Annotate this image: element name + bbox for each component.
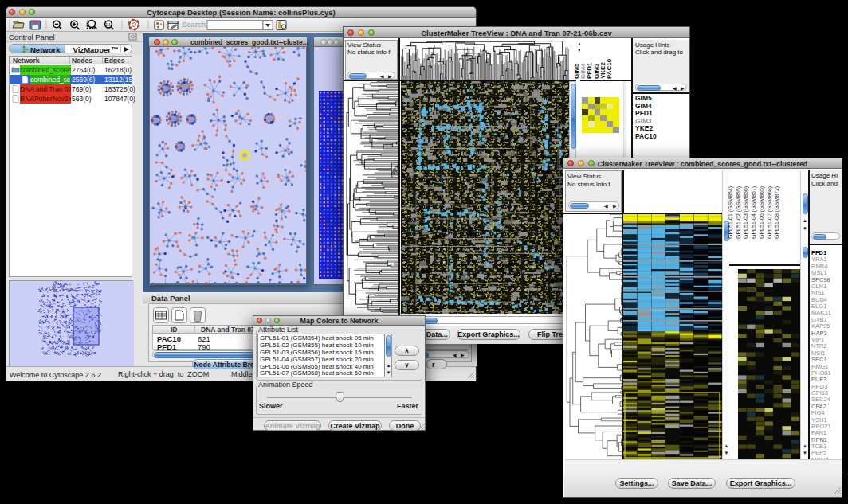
svg-text:1:1: 1:1 bbox=[106, 23, 112, 27]
svg-text:Search:: Search: bbox=[182, 20, 208, 29]
